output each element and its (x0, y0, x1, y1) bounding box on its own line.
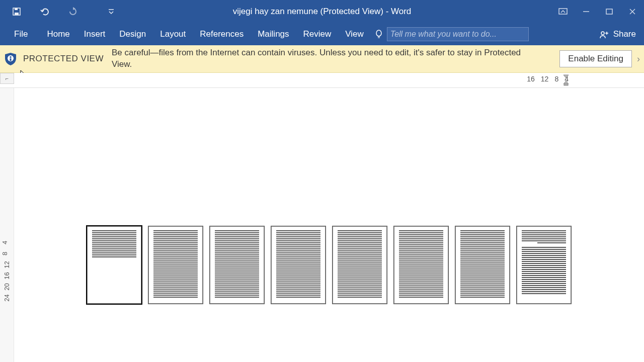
undo-icon[interactable] (38, 5, 51, 18)
protected-view-label: PROTECTED VIEW (23, 54, 104, 64)
page-thumbnails-row (87, 226, 571, 304)
svg-rect-16 (10, 56, 12, 58)
protected-view-bar: PROTECTED VIEW Be careful—files from the… (0, 45, 644, 73)
tab-references[interactable]: References (193, 23, 251, 45)
horizontal-ruler[interactable]: ⌐ 161284 (0, 73, 644, 88)
tab-home[interactable]: Home (40, 23, 76, 45)
svg-rect-2 (15, 8, 18, 10)
protected-view-message: Be careful—files from the Internet can c… (112, 47, 539, 70)
page-thumbnail[interactable] (333, 226, 387, 304)
lightbulb-icon (374, 29, 384, 39)
svg-rect-6 (606, 9, 612, 14)
window-buttons (551, 0, 644, 23)
share-button[interactable]: Share (594, 23, 644, 45)
tab-mailings[interactable]: Mailings (251, 23, 296, 45)
save-icon[interactable] (10, 5, 23, 18)
tab-design[interactable]: Design (112, 23, 153, 45)
close-icon[interactable] (621, 0, 644, 23)
vertical-ruler[interactable]: 4 8 12 16 20 24 (0, 88, 14, 362)
svg-rect-17 (10, 58, 12, 61)
enable-editing-button[interactable]: Enable Editing (559, 50, 632, 67)
qat-customize-icon[interactable] (105, 5, 118, 18)
window-title: vijegi hay zan nemune (Protected View) -… (233, 7, 412, 17)
page-thumbnail[interactable] (148, 226, 203, 304)
chevron-right-icon[interactable]: › (637, 54, 640, 64)
page-thumbnail[interactable] (517, 226, 571, 304)
shield-icon (3, 51, 18, 66)
svg-rect-18 (564, 84, 568, 85)
maximize-icon[interactable] (598, 0, 621, 23)
page-canvas[interactable] (14, 88, 644, 362)
page-thumbnail[interactable] (87, 226, 141, 304)
tab-file[interactable]: File (7, 23, 35, 45)
tab-layout[interactable]: Layout (153, 23, 193, 45)
ruler-indent-marker[interactable] (562, 74, 570, 86)
tab-review[interactable]: Review (296, 23, 339, 45)
page-thumbnail[interactable] (210, 226, 264, 304)
redo-icon[interactable] (66, 5, 79, 18)
ribbon-tabs: File Home Insert Design Layout Reference… (0, 23, 644, 45)
page-thumbnail[interactable] (394, 226, 448, 304)
ruler-corner: ⌐ (0, 73, 14, 84)
tell-me-input[interactable] (387, 27, 529, 41)
share-label: Share (613, 29, 636, 39)
svg-rect-4 (559, 9, 567, 14)
title-bar: vijegi hay zan nemune (Protected View) -… (0, 0, 644, 23)
minimize-icon[interactable] (575, 0, 598, 23)
svg-point-12 (601, 32, 604, 35)
tab-view[interactable]: View (338, 23, 371, 45)
quick-access-toolbar (0, 5, 118, 18)
svg-rect-1 (15, 13, 19, 15)
page-thumbnail[interactable] (455, 226, 510, 304)
tab-insert[interactable]: Insert (77, 23, 113, 45)
document-workspace: 4 8 12 16 20 24 (0, 88, 644, 362)
ribbon-display-icon[interactable] (551, 0, 575, 23)
page-thumbnail[interactable] (271, 226, 326, 304)
svg-point-9 (376, 30, 381, 36)
